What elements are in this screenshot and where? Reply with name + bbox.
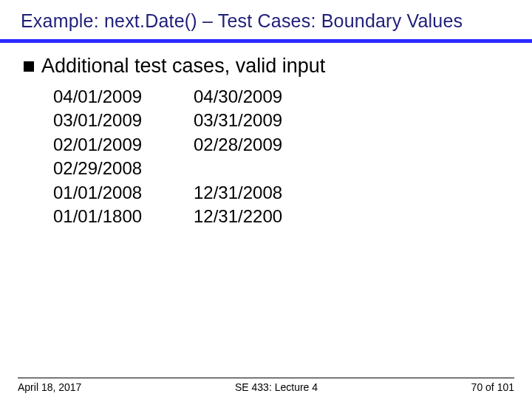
footer-rule — [18, 378, 514, 378]
slide-footer: April 18, 2017 SE 433: Lecture 4 70 of 1… — [0, 378, 532, 393]
date-cell: 02/28/2009 — [194, 133, 282, 157]
footer-page: 70 of 101 — [471, 381, 514, 393]
date-columns: 04/01/2009 03/01/2009 02/01/2009 02/29/2… — [53, 85, 514, 228]
date-column-left: 04/01/2009 03/01/2009 02/01/2009 02/29/2… — [53, 85, 194, 228]
date-cell: 01/01/1800 — [53, 205, 194, 228]
slide-title: Example: next.Date() – Test Cases: Bound… — [21, 10, 514, 32]
bullet-item: Additional test cases, valid input — [24, 55, 514, 78]
square-bullet-icon — [24, 61, 34, 72]
date-cell: 04/30/2009 — [194, 85, 282, 109]
slide: Example: next.Date() – Test Cases: Bound… — [0, 0, 532, 399]
date-cell: 12/31/2008 — [194, 181, 282, 205]
date-cell: 12/31/2200 — [194, 205, 282, 228]
footer-date: April 18, 2017 — [18, 381, 81, 393]
date-column-right: 04/30/2009 03/31/2009 02/28/2009 12/31/2… — [194, 85, 282, 228]
footer-center: SE 433: Lecture 4 — [81, 381, 471, 393]
bullet-text: Additional test cases, valid input — [41, 55, 325, 78]
date-cell: 03/31/2009 — [194, 109, 282, 132]
date-cell: 04/01/2009 — [53, 85, 194, 109]
date-cell: 02/29/2008 — [53, 157, 194, 180]
date-cell-empty — [194, 157, 282, 180]
title-rule — [0, 39, 532, 43]
date-cell: 02/01/2009 — [53, 133, 194, 157]
date-cell: 01/01/2008 — [53, 181, 194, 205]
date-cell: 03/01/2009 — [53, 109, 194, 132]
